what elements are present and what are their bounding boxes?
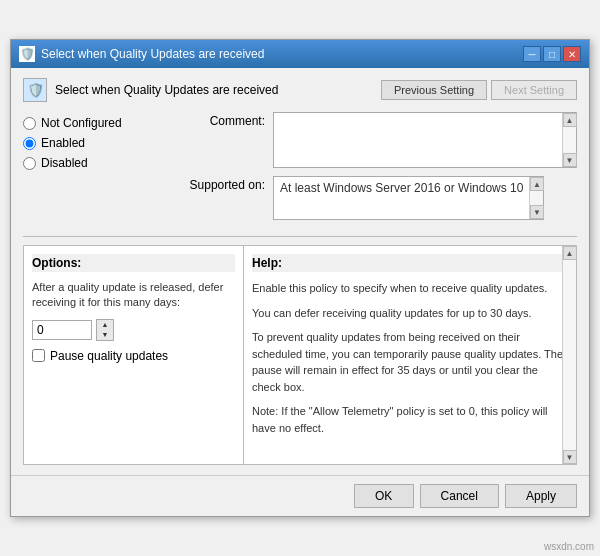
help-para-2: You can defer receiving quality updates …	[252, 305, 568, 322]
supported-value: At least Windows Server 2016 or Windows …	[274, 177, 529, 219]
apply-button[interactable]: Apply	[505, 484, 577, 508]
radio-not-configured[interactable]: Not Configured	[23, 116, 173, 130]
policy-icon: 🛡️	[23, 78, 47, 102]
header-row: 🛡️ Select when Quality Updates are recei…	[23, 78, 577, 102]
help-scroll-up[interactable]: ▲	[563, 246, 577, 260]
next-setting-button[interactable]: Next Setting	[491, 80, 577, 100]
prev-setting-button[interactable]: Previous Setting	[381, 80, 487, 100]
close-button[interactable]: ✕	[563, 46, 581, 62]
days-input[interactable]	[32, 320, 92, 340]
supported-row: Supported on: At least Windows Server 20…	[183, 176, 577, 220]
supported-box: At least Windows Server 2016 or Windows …	[273, 176, 544, 220]
title-bar-left: 🛡️ Select when Quality Updates are recei…	[19, 46, 264, 62]
main-body: Not Configured Enabled Disabled Comm	[23, 112, 577, 228]
left-panel: Not Configured Enabled Disabled	[23, 112, 183, 228]
comment-label: Comment:	[183, 112, 273, 128]
help-scrollbar: ▲ ▼	[562, 246, 576, 464]
comment-textarea[interactable]	[274, 113, 562, 167]
radio-disabled-label: Disabled	[41, 156, 88, 170]
help-title: Help:	[252, 254, 568, 272]
radio-not-configured-label: Not Configured	[41, 116, 122, 130]
minimize-button[interactable]: ─	[523, 46, 541, 62]
supported-scroll-down[interactable]: ▼	[530, 205, 544, 219]
options-title: Options:	[32, 254, 235, 272]
comment-container: ▲ ▼	[273, 112, 577, 168]
radio-not-configured-input[interactable]	[23, 117, 36, 130]
supported-scroll-up[interactable]: ▲	[530, 177, 544, 191]
help-scroll-down[interactable]: ▼	[563, 450, 577, 464]
pause-checkbox-row[interactable]: Pause quality updates	[32, 349, 235, 363]
scroll-down-arrow[interactable]: ▼	[563, 153, 577, 167]
supported-scroll-track	[530, 191, 543, 205]
radio-enabled-input[interactable]	[23, 137, 36, 150]
comment-textarea-wrapper: ▲ ▼	[273, 112, 577, 168]
window-title: Select when Quality Updates are received	[41, 47, 264, 61]
help-para-3: To prevent quality updates from being re…	[252, 329, 568, 395]
watermark: wsxdn.com	[544, 541, 594, 552]
supported-label: Supported on:	[183, 176, 273, 192]
help-para-4: Note: If the "Allow Telemetry" policy is…	[252, 403, 568, 436]
maximize-button[interactable]: □	[543, 46, 561, 62]
days-input-row: ▲ ▼	[32, 319, 235, 341]
scroll-up-arrow[interactable]: ▲	[563, 113, 577, 127]
footer: OK Cancel Apply	[11, 475, 589, 516]
cancel-button[interactable]: Cancel	[420, 484, 499, 508]
radio-disabled[interactable]: Disabled	[23, 156, 173, 170]
spin-down-button[interactable]: ▼	[97, 330, 113, 340]
help-scroll-track	[563, 260, 576, 450]
options-column: Options: After a quality update is relea…	[24, 246, 244, 464]
content-area: 🛡️ Select when Quality Updates are recei…	[11, 68, 589, 475]
help-para-1: Enable this policy to specify when to re…	[252, 280, 568, 297]
radio-disabled-input[interactable]	[23, 157, 36, 170]
ok-button[interactable]: OK	[354, 484, 414, 508]
options-description: After a quality update is released, defe…	[32, 280, 235, 311]
comment-scrollbar: ▲ ▼	[562, 113, 576, 167]
main-window: 🛡️ Select when Quality Updates are recei…	[10, 39, 590, 517]
scroll-track	[563, 127, 576, 153]
divider	[23, 236, 577, 237]
policy-title: Select when Quality Updates are received	[55, 83, 278, 97]
supported-container: At least Windows Server 2016 or Windows …	[273, 176, 577, 220]
radio-enabled[interactable]: Enabled	[23, 136, 173, 150]
spinner: ▲ ▼	[96, 319, 114, 341]
help-text: Enable this policy to specify when to re…	[252, 280, 568, 436]
spin-up-button[interactable]: ▲	[97, 320, 113, 330]
header-title: 🛡️ Select when Quality Updates are recei…	[23, 78, 278, 102]
window-icon: 🛡️	[19, 46, 35, 62]
pause-checkbox[interactable]	[32, 349, 45, 362]
title-bar: 🛡️ Select when Quality Updates are recei…	[11, 40, 589, 68]
supported-scrollbar: ▲ ▼	[529, 177, 543, 219]
options-help-panel: Options: After a quality update is relea…	[23, 245, 577, 465]
right-panel: Comment: ▲ ▼ Support	[183, 112, 577, 228]
comment-row: Comment: ▲ ▼	[183, 112, 577, 168]
nav-buttons: Previous Setting Next Setting	[381, 80, 577, 100]
pause-label: Pause quality updates	[50, 349, 168, 363]
help-column: Help: Enable this policy to specify when…	[244, 246, 576, 464]
radio-group: Not Configured Enabled Disabled	[23, 112, 173, 170]
radio-enabled-label: Enabled	[41, 136, 85, 150]
title-bar-controls: ─ □ ✕	[523, 46, 581, 62]
